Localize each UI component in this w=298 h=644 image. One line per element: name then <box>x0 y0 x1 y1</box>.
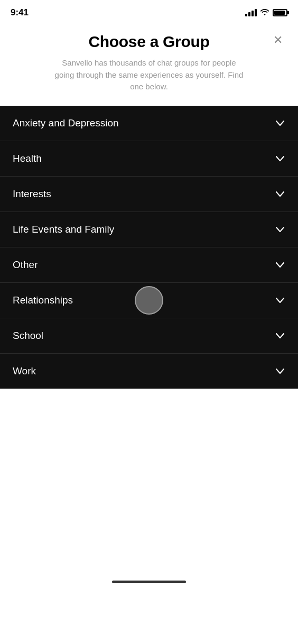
chevron-down-icon-other <box>275 260 285 270</box>
chevron-down-icon-health <box>275 153 285 164</box>
page-subtitle: Sanvello has thousands of chat groups fo… <box>54 57 244 93</box>
groups-list: Anxiety and Depression Health Interests … <box>0 106 298 389</box>
wifi-icon <box>260 8 269 17</box>
group-item-other[interactable]: Other <box>0 247 298 283</box>
chevron-down-icon-relationships <box>275 295 285 306</box>
bottom-area <box>0 389 298 590</box>
group-item-interests[interactable]: Interests <box>0 177 298 212</box>
group-item-anxiety[interactable]: Anxiety and Depression <box>0 106 298 141</box>
group-item-school[interactable]: School <box>0 318 298 354</box>
group-item-life-events[interactable]: Life Events and Family <box>0 212 298 247</box>
close-button[interactable]: ✕ <box>268 31 287 50</box>
chevron-down-icon-school <box>275 330 285 341</box>
group-item-health[interactable]: Health <box>0 141 298 177</box>
status-time: 9:41 <box>11 7 29 18</box>
chevron-down-icon-work <box>275 366 285 376</box>
status-bar: 9:41 <box>0 0 298 22</box>
group-label-relationships: Relationships <box>13 295 73 306</box>
status-icons <box>245 8 287 17</box>
group-label-school: School <box>13 330 43 342</box>
close-icon: ✕ <box>273 34 283 46</box>
chevron-down-icon-interests <box>275 189 285 199</box>
signal-icon <box>245 9 257 16</box>
group-label-health: Health <box>13 153 42 164</box>
touch-ripple <box>135 286 163 315</box>
battery-icon <box>273 9 287 16</box>
page-title: Choose a Group <box>21 33 277 51</box>
chevron-down-icon-life-events <box>275 224 285 235</box>
group-item-work[interactable]: Work <box>0 354 298 389</box>
group-label-other: Other <box>13 259 38 271</box>
group-label-anxiety: Anxiety and Depression <box>13 117 119 129</box>
chevron-down-icon-anxiety <box>275 118 285 128</box>
group-label-work: Work <box>13 365 36 377</box>
group-label-life-events: Life Events and Family <box>13 224 114 235</box>
home-indicator <box>112 581 186 583</box>
header: ✕ Choose a Group Sanvello has thousands … <box>0 22 298 106</box>
group-item-relationships[interactable]: Relationships <box>0 283 298 318</box>
group-label-interests: Interests <box>13 188 51 200</box>
